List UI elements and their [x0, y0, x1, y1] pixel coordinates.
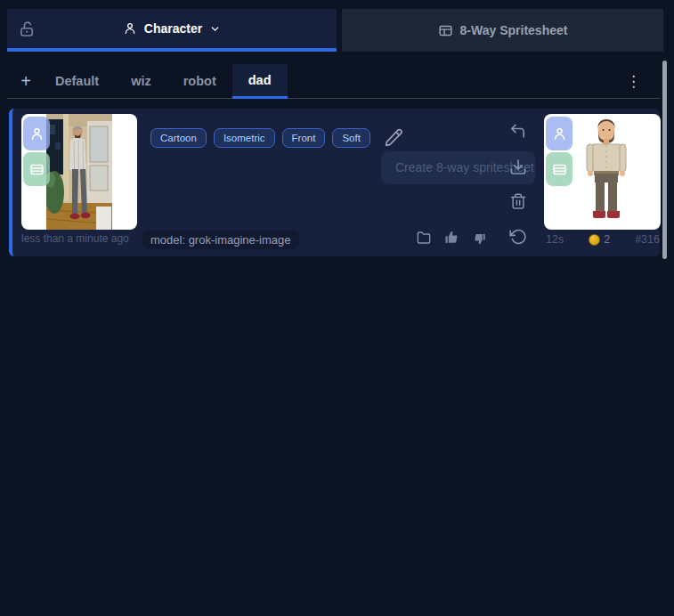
generated-image-thumbnail[interactable] [544, 114, 661, 230]
kebab-menu-icon[interactable]: ⋮ [622, 64, 645, 98]
tab-character-label: Character [144, 21, 202, 36]
credits: 2 [589, 233, 610, 246]
source-image-thumbnail[interactable] [21, 114, 137, 230]
tab-robot[interactable]: robot [167, 64, 232, 98]
tab-8way-spritesheet[interactable]: 8-Way Spritesheet [342, 9, 663, 52]
generation-id: #316 [635, 233, 660, 246]
chevron-down-icon [209, 23, 221, 35]
generation-card: less than a minute ago Cartoon Isometric… [9, 109, 660, 256]
spritesheet-view-toggle[interactable] [546, 152, 572, 186]
thumbs-down-icon [473, 232, 486, 246]
refresh-icon [509, 228, 527, 246]
generated-character [569, 117, 644, 227]
model-label: model: grok-imagine-image [142, 231, 299, 249]
credits-count: 2 [604, 233, 610, 246]
tab-robot-label: robot [183, 74, 216, 88]
person-icon [552, 126, 567, 142]
character-tab-bar: + Default wiz robot dad ⋮ [7, 64, 660, 99]
coin-icon [589, 234, 600, 246]
edit-tags-button[interactable] [384, 126, 404, 149]
person-icon [123, 21, 137, 36]
delete-button[interactable] [509, 191, 527, 212]
download-icon [509, 158, 527, 176]
regenerate-button[interactable] [509, 228, 527, 246]
undo-button[interactable] [508, 122, 527, 140]
thumbs-up-icon [444, 230, 459, 245]
style-tags: Cartoon Isometric Front Soft [150, 126, 404, 149]
generation-time: 12s [546, 233, 564, 246]
character-view-toggle[interactable] [23, 117, 50, 150]
tab-wiz[interactable]: wiz [115, 64, 167, 98]
source-photo [46, 114, 112, 230]
tag-cartoon[interactable]: Cartoon [150, 128, 207, 148]
timestamp: less than a minute ago [21, 232, 139, 245]
scrollbar-thumb[interactable] [662, 61, 667, 259]
spritesheet-table-icon [438, 23, 453, 38]
tab-dad[interactable]: dad [232, 64, 288, 99]
pencil-icon [384, 126, 404, 149]
person-icon [29, 126, 45, 142]
download-button[interactable] [509, 158, 527, 176]
tab-default[interactable]: Default [39, 64, 115, 98]
tag-isometric[interactable]: Isometric [214, 128, 275, 148]
tab-character[interactable]: Character [7, 9, 337, 52]
folder-icon [416, 231, 432, 245]
undo-icon [508, 122, 527, 140]
table-icon [29, 162, 45, 177]
spritesheet-view-toggle[interactable] [23, 152, 50, 186]
generation-meta: 12s 2 #316 [546, 232, 660, 247]
folder-button[interactable] [416, 231, 432, 245]
thumbs-down-button[interactable] [473, 232, 486, 246]
thumbs-up-button[interactable] [444, 230, 459, 245]
table-icon [552, 162, 567, 177]
tab-dad-label: dad [248, 73, 272, 87]
add-character-button[interactable]: + [12, 64, 39, 98]
tab-wiz-label: wiz [131, 74, 151, 88]
tag-soft[interactable]: Soft [332, 128, 369, 148]
tab-8way-label: 8-Way Spritesheet [460, 23, 568, 37]
trash-icon [509, 191, 527, 212]
character-view-toggle[interactable] [546, 117, 572, 150]
unlock-icon[interactable] [18, 20, 37, 39]
tab-default-label: Default [55, 74, 99, 88]
tag-front[interactable]: Front [282, 128, 326, 148]
